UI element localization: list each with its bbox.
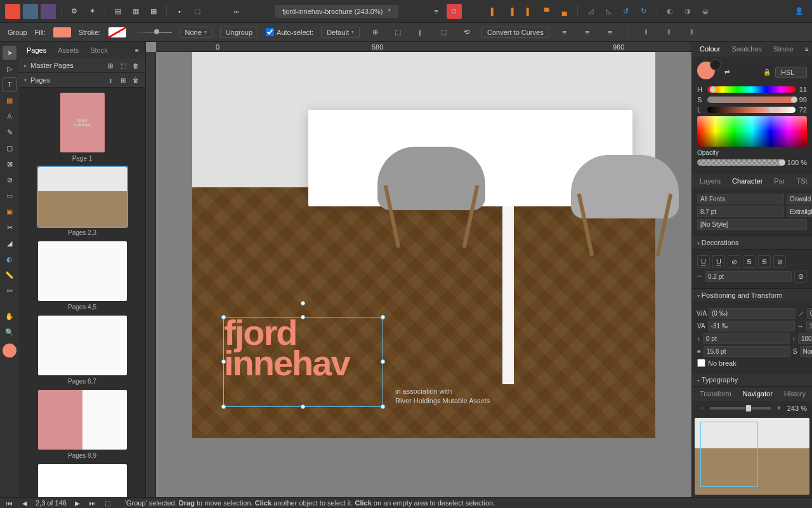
- master-del-icon[interactable]: 🗑: [131, 61, 140, 70]
- vscale-input[interactable]: [798, 333, 812, 344]
- page-thumb[interactable]: Pages 8,9: [24, 390, 140, 459]
- align-right-icon[interactable]: ▌: [521, 4, 537, 19]
- text-tool-icon[interactable]: T: [3, 77, 16, 91]
- page-thumb[interactable]: Pages 4,5: [24, 241, 140, 311]
- canvas[interactable]: fjord innehav in association with River …: [156, 52, 691, 497]
- align-bottom-icon[interactable]: ▄: [557, 4, 572, 19]
- character-tab[interactable]: Character: [728, 175, 766, 187]
- account-icon[interactable]: 👤: [792, 4, 807, 19]
- show-alignment-icon[interactable]: ⫿: [413, 25, 428, 40]
- node-tool-icon[interactable]: ▷: [3, 62, 16, 76]
- hue-slider[interactable]: [707, 86, 796, 93]
- text-style-dropdown[interactable]: [697, 219, 807, 230]
- spectrum-picker[interactable]: [697, 116, 807, 147]
- stroke-width-dropdown[interactable]: None▾: [180, 27, 213, 38]
- colour-tab[interactable]: Colour: [696, 43, 724, 55]
- frame-ellipse-tool-icon[interactable]: ⊘: [3, 173, 16, 187]
- font-dropdown[interactable]: [787, 194, 812, 204]
- ungroup-button[interactable]: Ungroup: [220, 27, 258, 38]
- stroke-width-slider[interactable]: [134, 32, 172, 33]
- place-image-tool-icon[interactable]: ▣: [3, 204, 16, 218]
- pan-tool-icon[interactable]: ✋: [3, 309, 16, 323]
- panel-menu-icon[interactable]: ≡: [133, 46, 141, 55]
- leading-input[interactable]: [704, 346, 790, 357]
- deco-width-slider[interactable]: [697, 276, 702, 277]
- color-mode-dropdown[interactable]: HSL: [775, 67, 807, 78]
- align-v3-icon[interactable]: ⫴: [684, 25, 700, 40]
- preflight-icon[interactable]: ∞: [229, 4, 244, 19]
- pages-del-icon[interactable]: 🗑: [131, 76, 140, 84]
- navigator-tab[interactable]: Navigator: [739, 387, 776, 400]
- sat-slider[interactable]: [707, 97, 796, 103]
- move-tool-icon[interactable]: ➤: [3, 46, 16, 60]
- master-pages-header[interactable]: ▸Master Pages ⊞ ⬚ 🗑: [19, 58, 145, 73]
- master-opts-icon[interactable]: ⬚: [119, 61, 128, 70]
- rotate-ccw-icon[interactable]: ↺: [619, 4, 634, 19]
- font-weight-dropdown[interactable]: [787, 206, 812, 217]
- hide-selection-icon[interactable]: ⬚: [390, 25, 405, 40]
- zoom-out-icon[interactable]: −: [697, 404, 706, 413]
- pages-list[interactable]: fjordinnehav Page 1 Pages 2,3 Pages 4,5 …: [19, 88, 145, 497]
- fill-swatch[interactable]: [53, 27, 71, 37]
- app-icon-designer[interactable]: [23, 4, 38, 19]
- lock-icon[interactable]: 🔒: [763, 68, 771, 77]
- light-slider[interactable]: [707, 107, 796, 113]
- transform-origin-icon[interactable]: ⊕: [367, 25, 383, 40]
- app-icon-photo[interactable]: [41, 4, 56, 19]
- align-h3-icon[interactable]: ≡: [603, 25, 618, 40]
- swatches-tab[interactable]: Swatches: [728, 43, 766, 55]
- paragraph-tab[interactable]: Par: [770, 175, 789, 187]
- subscript-input[interactable]: [800, 346, 812, 357]
- align-h2-icon[interactable]: ≡: [580, 25, 595, 40]
- align-h1-icon[interactable]: ≡: [557, 25, 572, 40]
- textstyles-tab[interactable]: TSt: [792, 175, 811, 187]
- page-thumb[interactable]: fjordinnehav Page 1: [24, 93, 140, 162]
- current-color-icon[interactable]: [3, 344, 16, 358]
- zoom-tool-icon[interactable]: 🔍: [3, 325, 16, 339]
- vertical-ruler[interactable]: [146, 52, 156, 497]
- swap-colors-icon[interactable]: ⇄: [723, 68, 731, 77]
- transparency-tool-icon[interactable]: ◐: [3, 252, 16, 266]
- strike-color-icon[interactable]: ⊘: [773, 255, 786, 268]
- typography-header[interactable]: ▾ Typography: [692, 373, 812, 387]
- rectangle-tool-icon[interactable]: ▢: [3, 141, 16, 155]
- bool-sub-icon[interactable]: ◑: [680, 4, 695, 19]
- page-thumb[interactable]: Pages 6,7: [24, 316, 140, 385]
- fill-tool-icon[interactable]: ◢: [3, 236, 16, 250]
- view-mode-1-icon[interactable]: ▤: [110, 4, 126, 19]
- flip-v-icon[interactable]: ◺: [601, 4, 616, 19]
- table-tool-icon[interactable]: ▦: [3, 93, 16, 107]
- horizontal-ruler[interactable]: 0580960: [156, 42, 691, 52]
- navigator-preview[interactable]: [695, 418, 809, 495]
- view-mode-2-icon[interactable]: ▥: [128, 4, 143, 19]
- opacity-slider[interactable]: [697, 159, 783, 166]
- bool-add-icon[interactable]: ◐: [662, 4, 678, 19]
- history-tab[interactable]: History: [780, 387, 809, 400]
- view-mode-3-icon[interactable]: ▦: [146, 4, 161, 19]
- cycle-select-icon[interactable]: ⟲: [459, 25, 474, 40]
- pages-header[interactable]: ▾Pages ⫿ ⊞ 🗑: [19, 73, 145, 88]
- underline-icon[interactable]: U: [697, 255, 710, 268]
- zoom-in-icon[interactable]: +: [775, 404, 783, 413]
- selected-group[interactable]: fjord innehav: [224, 318, 383, 406]
- artistic-text-tool-icon[interactable]: A: [3, 109, 16, 123]
- stroke-color-swatch[interactable]: [710, 59, 721, 70]
- next-page-icon[interactable]: ▶: [73, 498, 82, 507]
- first-page-icon[interactable]: ⏮: [5, 498, 14, 507]
- eyedropper-tool-icon[interactable]: ✏: [3, 284, 16, 298]
- autoselect-dropdown[interactable]: Default▾: [321, 27, 360, 38]
- stock-tab[interactable]: Stock: [86, 44, 112, 57]
- strikethrough-icon[interactable]: S: [743, 255, 756, 268]
- measure-tool-icon[interactable]: 📏: [3, 268, 16, 282]
- frame-rect-tool-icon[interactable]: ⊠: [3, 157, 16, 171]
- baseline-input[interactable]: [703, 333, 790, 344]
- picture-frame-tool-icon[interactable]: ▭: [3, 189, 16, 203]
- assets-tab[interactable]: Assets: [54, 44, 82, 57]
- tracking-input[interactable]: [708, 321, 795, 331]
- flip-h-icon[interactable]: ◿: [583, 4, 598, 19]
- align-top-icon[interactable]: ▀: [539, 4, 554, 19]
- prev-page-icon[interactable]: ◀: [20, 498, 29, 507]
- toggle-ui-icon[interactable]: ≡: [429, 4, 444, 19]
- pen-tool-icon[interactable]: ✎: [3, 125, 16, 139]
- deco-none-icon[interactable]: ⊘: [794, 270, 807, 283]
